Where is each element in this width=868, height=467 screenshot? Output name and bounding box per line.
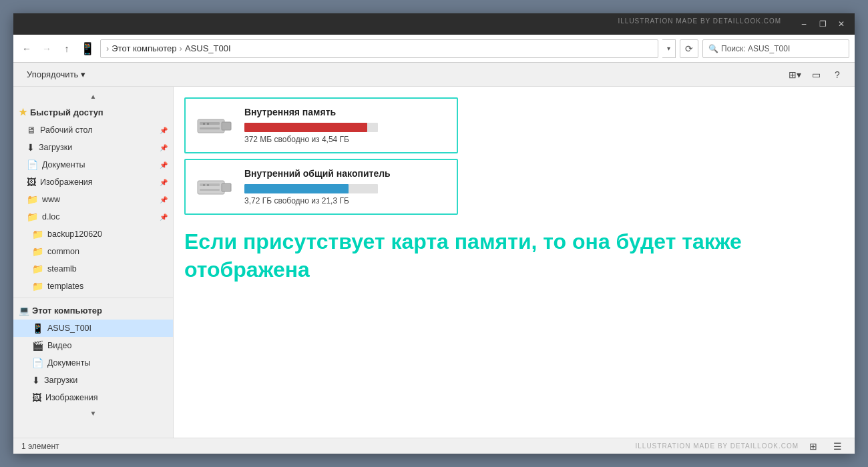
- backup-folder-icon: 📁: [32, 229, 43, 240]
- pin-icon-www: 📌: [160, 196, 168, 203]
- sidebar-item-label: Документы: [47, 358, 90, 368]
- sidebar-item-steamlb[interactable]: 📁 steamlb: [13, 260, 173, 278]
- drive-name-memory: Внутренняя память: [244, 107, 446, 117]
- www-folder-icon: 📁: [27, 194, 38, 205]
- pane-button[interactable]: ▭: [807, 66, 825, 83]
- sidebar-item-dloc[interactable]: 📁 d.loc 📌: [13, 208, 173, 225]
- sidebar-item-downloads2[interactable]: ⬇ Загрузки: [13, 372, 173, 389]
- sidebar-divider: [13, 298, 173, 298]
- sidebar-item-label: ASUS_T00I: [47, 324, 91, 333]
- drive-cards: Внутренняя память 372 МБ свободно из 4,5…: [184, 97, 844, 215]
- pin-icon-images: 📌: [160, 179, 168, 186]
- drive-size-shared: 3,72 ГБ свободно из 21,3 ГБ: [244, 196, 446, 205]
- desktop-icon: 🖥: [27, 125, 36, 135]
- sidebar: ▲ ★ Быстрый доступ 🖥 Рабочий стол 📌 ⬇ За…: [13, 87, 174, 438]
- organize-dropdown-icon: ▾: [81, 69, 85, 79]
- drive-icon-memory: [196, 112, 234, 139]
- sidebar-item-video[interactable]: 🎬 Видео: [13, 337, 173, 354]
- sidebar-item-label: templates: [47, 282, 83, 291]
- drive-size-memory: 372 МБ свободно из 4,54 ГБ: [244, 135, 446, 144]
- sidebar-item-documents[interactable]: 📄 Документы 📌: [13, 156, 173, 173]
- close-button[interactable]: ✕: [833, 17, 849, 31]
- dloc-folder-icon: 📁: [27, 211, 38, 222]
- minimize-button[interactable]: –: [796, 17, 812, 31]
- title-bar: ILLUSTRATION MADE BY DETAILLOOK.COM – ❐ …: [13, 13, 855, 35]
- view-toggle-button[interactable]: ⊞▾: [785, 66, 804, 83]
- pin-icon-desktop: 📌: [160, 127, 168, 134]
- svg-rect-3: [200, 127, 220, 129]
- view-list-button[interactable]: ☰: [828, 438, 847, 455]
- drive-card-shared-storage[interactable]: Внутренний общий накопитель 3,72 ГБ своб…: [184, 159, 458, 215]
- path-device[interactable]: ASUS_T00I: [185, 43, 231, 53]
- address-dropdown[interactable]: ▾: [662, 39, 676, 58]
- sidebar-item-label: backup120620: [47, 229, 102, 239]
- sidebar-item-label: Загрузки: [39, 143, 72, 152]
- sidebar-item-downloads[interactable]: ⬇ Загрузки 📌: [13, 139, 173, 156]
- pin-icon-documents: 📌: [160, 161, 168, 169]
- search-box[interactable]: 🔍 Поиск: ASUS_T00I: [702, 39, 849, 58]
- refresh-button[interactable]: ⟳: [680, 39, 698, 58]
- computer-label: Этот компьютер: [32, 306, 102, 316]
- documents-icon: 📄: [27, 159, 38, 170]
- up-button[interactable]: ↑: [59, 41, 75, 57]
- sidebar-item-images[interactable]: 🖼 Изображения 📌: [13, 173, 173, 191]
- path-sep2: ›: [180, 43, 182, 53]
- toolbar: Упорядочить ▾ ⊞▾ ▭ ?: [13, 63, 855, 87]
- help-button[interactable]: ?: [828, 66, 847, 83]
- sidebar-item-common[interactable]: 📁 common: [13, 243, 173, 260]
- annotation-text: Если присутствует карта памяти, то она б…: [184, 228, 844, 284]
- svg-rect-2: [200, 122, 220, 125]
- sidebar-item-label: Видео: [47, 341, 72, 350]
- asus-icon: 📱: [32, 323, 43, 334]
- main-area: ▲ ★ Быстрый доступ 🖥 Рабочий стол 📌 ⬇ За…: [13, 87, 855, 438]
- sidebar-item-templates[interactable]: 📁 templates: [13, 278, 173, 295]
- sidebar-scroll-down[interactable]: ▼: [13, 406, 173, 420]
- search-text: Поиск: ASUS_T00I: [721, 44, 790, 53]
- downloads2-icon: ⬇: [32, 375, 40, 386]
- drive-bar-container-memory: [244, 123, 378, 132]
- quick-access-label: Быстрый доступ: [30, 107, 103, 117]
- svg-rect-4: [203, 123, 205, 125]
- star-icon: ★: [19, 107, 27, 117]
- sidebar-quick-access-header[interactable]: ★ Быстрый доступ: [13, 103, 173, 121]
- drive-icon: 📱: [80, 41, 95, 56]
- drive-icon-shared: [196, 173, 234, 200]
- forward-button[interactable]: →: [39, 41, 55, 57]
- sidebar-item-asus[interactable]: 📱 ASUS_T00I: [13, 320, 173, 337]
- computer-icon: 💻: [19, 306, 29, 316]
- sidebar-item-images2[interactable]: 🖼 Изображения: [13, 389, 173, 406]
- main-window: ILLUSTRATION MADE BY DETAILLOOK.COM – ❐ …: [13, 13, 855, 454]
- sidebar-item-www[interactable]: 📁 www 📌: [13, 191, 173, 208]
- path-computer[interactable]: Этот компьютер: [112, 43, 176, 53]
- maximize-button[interactable]: ❐: [815, 17, 831, 31]
- sidebar-item-label: Документы: [42, 160, 85, 169]
- organize-button[interactable]: Упорядочить ▾: [21, 66, 91, 83]
- video-icon: 🎬: [32, 340, 43, 351]
- svg-rect-8: [200, 183, 220, 186]
- sidebar-item-documents2[interactable]: 📄 Документы: [13, 354, 173, 372]
- svg-rect-7: [222, 183, 231, 191]
- pin-icon-dloc: 📌: [160, 213, 168, 221]
- sidebar-item-label: Изображения: [45, 393, 98, 402]
- svg-rect-5: [207, 123, 209, 125]
- pin-icon-downloads: 📌: [160, 144, 168, 151]
- sidebar-item-label: steamlb: [47, 264, 77, 274]
- drive-card-internal-memory[interactable]: Внутренняя память 372 МБ свободно из 4,5…: [184, 97, 458, 153]
- address-path[interactable]: › Этот компьютер › ASUS_T00I: [100, 39, 658, 58]
- status-bar: 1 элемент ILLUSTRATION MADE BY DETAILLOO…: [13, 438, 855, 454]
- sidebar-computer-header[interactable]: 💻 Этот компьютер: [13, 301, 173, 320]
- view-grid-button[interactable]: ⊞: [804, 438, 823, 455]
- sidebar-item-desktop[interactable]: 🖥 Рабочий стол 📌: [13, 121, 173, 139]
- item-count: 1 элемент: [21, 442, 59, 451]
- sidebar-item-backup[interactable]: 📁 backup120620: [13, 225, 173, 243]
- drive-bar-fill-shared: [244, 184, 349, 193]
- back-button[interactable]: ←: [19, 41, 35, 57]
- sidebar-item-label: Загрузки: [44, 376, 77, 385]
- sidebar-scroll-up[interactable]: ▲: [13, 89, 173, 103]
- documents2-icon: 📄: [32, 358, 43, 368]
- sidebar-item-label: Изображения: [40, 177, 93, 187]
- templates-folder-icon: 📁: [32, 281, 43, 292]
- svg-rect-0: [198, 119, 224, 133]
- watermark-top: ILLUSTRATION MADE BY DETAILLOOK.COM: [618, 17, 782, 25]
- drive-bar-container-shared: [244, 184, 378, 193]
